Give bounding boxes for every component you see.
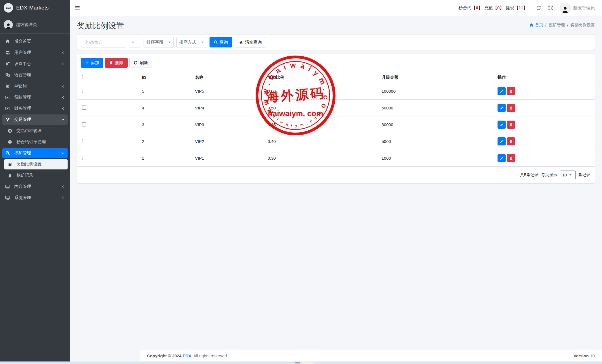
desktop-icon xyxy=(5,195,12,200)
person-icon xyxy=(5,23,12,29)
cell-amount: 30000 xyxy=(379,116,495,133)
sidebar-item-label: 语言管理 xyxy=(14,72,31,78)
scrollbar-thumb[interactable] xyxy=(301,362,314,364)
sidebar-item-cube[interactable]: 秒合约订单管理 xyxy=(4,137,68,147)
chevron-left-icon xyxy=(61,185,65,188)
sidebar-user-panel[interactable]: 超级管理员 xyxy=(0,16,70,34)
delete-row-button[interactable] xyxy=(507,137,515,145)
sidebar-item-label: 设置中心 xyxy=(14,61,31,66)
footer-brand-link[interactable]: EDX. xyxy=(183,353,192,358)
sidebar-item-users[interactable]: 用户管理 xyxy=(2,47,68,58)
per-page-suffix: 条记录 xyxy=(578,172,591,178)
chevron-left-icon xyxy=(61,107,65,110)
query-button[interactable]: 查询 xyxy=(210,37,232,47)
robot-icon xyxy=(5,84,12,88)
refresh-icon xyxy=(134,61,138,65)
sitemap-icon xyxy=(5,117,12,122)
sidebar-nav: 后台首页用户管理设置中心语言管理AI套利贷款管理财务管理交易管理交易币种管理秒合… xyxy=(0,34,70,205)
breadcrumb-section: 挖矿管理 xyxy=(549,22,565,28)
bottom-scrollbar[interactable] xyxy=(0,361,602,364)
stat-value: 0 xyxy=(476,5,478,10)
stat-label: 充值 xyxy=(484,5,493,11)
sidebar-item-money[interactable]: 财务管理 xyxy=(2,103,68,114)
topbar: 秒合约【0】充值【0】提现【11】 xyxy=(70,0,602,16)
sidebar-item-bug[interactable]: 奖励比例设置 xyxy=(4,159,68,169)
sidebar-avatar xyxy=(4,20,13,29)
row-checkbox[interactable] xyxy=(82,106,86,110)
users-icon xyxy=(5,50,12,55)
sidebar-item-home[interactable]: 后台首页 xyxy=(2,36,68,47)
search-input[interactable] xyxy=(81,37,126,47)
h-circle-icon xyxy=(8,128,15,133)
sidebar-item-label: 奖励比例设置 xyxy=(16,162,42,167)
scrollbar-thumb[interactable] xyxy=(295,362,300,363)
cell-name: VIP5 xyxy=(192,83,265,100)
sidebar-item-drop[interactable]: 挖矿记录 xyxy=(4,170,68,181)
select-all-checkbox[interactable] xyxy=(82,75,86,79)
brand[interactable]: EDX EDX-Markets xyxy=(0,0,70,16)
sidebar-item-label: 内容管理 xyxy=(14,184,31,189)
gears-icon xyxy=(5,61,12,66)
data-table: ID名称奖励比例升级金额操作 5VIP50.601000004VIP40.505… xyxy=(77,72,595,167)
cell-id: 5 xyxy=(139,83,192,100)
clear-query-button[interactable]: 清空查询 xyxy=(235,37,266,47)
table-row: 2VIP20.405000 xyxy=(77,133,595,150)
row-checkbox[interactable] xyxy=(82,89,86,93)
search-minus-icon xyxy=(5,151,12,155)
sort-field-select[interactable]: 排序字段 xyxy=(144,37,174,47)
per-page-select[interactable]: 10 xyxy=(560,171,576,179)
sidebar-item-gears[interactable]: 设置中心 xyxy=(2,59,68,69)
mini-select[interactable] xyxy=(129,37,141,47)
sidebar-item-language[interactable]: 语言管理 xyxy=(2,70,68,80)
chevron-left-icon xyxy=(61,62,65,66)
home-icon xyxy=(529,23,534,27)
stat-bracket: 】 xyxy=(500,5,504,11)
delete-row-button[interactable] xyxy=(507,87,515,95)
cell-name: VIP3 xyxy=(192,116,265,133)
sidebar-item-money[interactable]: 贷款管理 xyxy=(2,92,68,102)
delete-row-button[interactable] xyxy=(507,154,515,162)
sidebar-item-robot[interactable]: AI套利 xyxy=(2,81,68,91)
stat-bracket: 【 xyxy=(514,5,519,11)
row-checkbox[interactable] xyxy=(82,122,86,126)
edit-button[interactable] xyxy=(498,154,506,162)
table-card: 添加 删除 刷新 xyxy=(77,54,595,183)
row-checkbox[interactable] xyxy=(82,139,86,143)
refresh-button[interactable]: 刷新 xyxy=(129,58,152,68)
edit-button[interactable] xyxy=(498,104,506,112)
per-page-label: 每页显示 xyxy=(541,172,557,178)
plus-icon xyxy=(85,61,89,65)
stat-bracket: 【 xyxy=(472,5,476,11)
brand-logo-text: EDX xyxy=(6,6,11,9)
cell-ratio: 0.50 xyxy=(265,100,379,116)
chevron-down-icon xyxy=(168,42,171,43)
edit-button[interactable] xyxy=(498,121,506,129)
row-checkbox[interactable] xyxy=(82,156,86,160)
stat-item: 充值【0】 xyxy=(484,5,504,11)
sidebar-item-desktop[interactable]: 系统管理 xyxy=(2,193,68,203)
page-title: 奖励比例设置 xyxy=(77,21,124,31)
sidebar-item-search-minus[interactable]: 挖矿管理 xyxy=(2,148,68,158)
sort-order-select[interactable]: 排序方式 xyxy=(176,37,207,47)
sidebar-item-label: 用户管理 xyxy=(14,50,31,55)
search-icon xyxy=(214,40,218,44)
sidebar-item-label: 挖矿管理 xyxy=(14,150,31,156)
breadcrumb-home-link[interactable]: 首页 xyxy=(529,22,543,28)
sidebar-item-sitemap[interactable]: 交易管理 xyxy=(2,114,68,125)
filter-card: 排序字段 排序方式 查询 清空查询 xyxy=(77,35,595,50)
stat-label: 秒合约 xyxy=(458,5,472,11)
delete-row-button[interactable] xyxy=(507,121,515,129)
add-button[interactable]: 添加 xyxy=(81,58,103,68)
stat-value: 0 xyxy=(497,5,500,10)
sidebar-item-h-circle[interactable]: 交易币种管理 xyxy=(4,126,68,136)
brand-logo: EDX xyxy=(4,3,13,13)
delete-row-button[interactable] xyxy=(507,104,515,112)
edit-button[interactable] xyxy=(498,87,506,95)
fullscreen-icon[interactable] xyxy=(548,5,553,11)
sidebar-item-image[interactable]: 内容管理 xyxy=(2,181,68,192)
delete-button[interactable]: 删除 xyxy=(105,58,128,68)
edit-button[interactable] xyxy=(498,137,506,145)
menu-toggle-icon[interactable] xyxy=(75,5,80,10)
refresh-icon[interactable] xyxy=(536,5,541,11)
topbar-user-menu[interactable]: 超级管理员 xyxy=(560,3,595,13)
